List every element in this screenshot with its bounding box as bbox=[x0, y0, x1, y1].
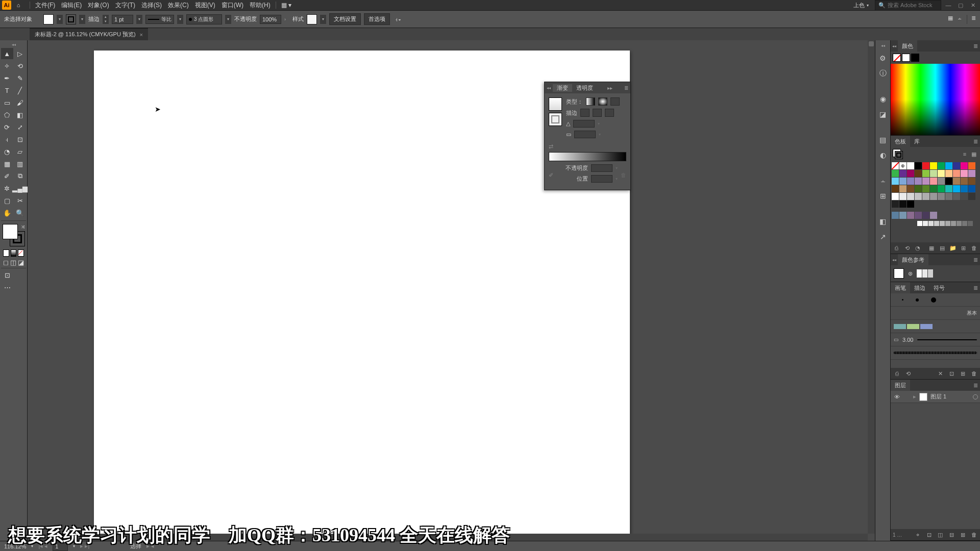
freeform-gradient-button[interactable] bbox=[610, 97, 620, 106]
menu-item[interactable]: 视图(V) bbox=[192, 1, 218, 10]
new-brush-icon[interactable]: ⊞ bbox=[959, 369, 967, 378]
stroke-panel-tab[interactable]: 描边 bbox=[910, 282, 929, 293]
tab-close-icon[interactable]: × bbox=[140, 32, 143, 38]
menu-item[interactable]: 文件(F) bbox=[32, 1, 58, 10]
color-panel-tab[interactable]: 颜色 bbox=[898, 40, 917, 52]
stop-opacity-input[interactable] bbox=[591, 164, 612, 172]
menu-item[interactable]: 窗口(W) bbox=[218, 1, 247, 10]
swatch-cell[interactable] bbox=[922, 193, 929, 200]
menu-item[interactable]: 文字(T) bbox=[112, 1, 138, 10]
swatch-cell[interactable] bbox=[945, 185, 952, 192]
swatch-gray[interactable] bbox=[968, 221, 973, 226]
swatch-cell[interactable] bbox=[961, 170, 968, 177]
swatch-cell[interactable] bbox=[922, 185, 929, 192]
delete-layer-icon[interactable]: 🗑 bbox=[970, 531, 978, 539]
libraries-icon[interactable]: ↗ bbox=[878, 232, 888, 242]
swatch-cell[interactable] bbox=[953, 193, 960, 200]
layer-visibility-icon[interactable]: 👁 bbox=[893, 393, 901, 401]
swatch-cell[interactable] bbox=[945, 170, 952, 177]
layer-name[interactable]: 图层 1 bbox=[930, 393, 946, 400]
swatch-cell[interactable] bbox=[915, 170, 922, 177]
gradient-dock-icon[interactable]: ◐ bbox=[878, 150, 888, 160]
swatch-cell[interactable] bbox=[930, 212, 937, 219]
swatch-gray[interactable] bbox=[934, 221, 939, 226]
swatch-cell[interactable] bbox=[930, 185, 937, 192]
swatch-libraries-icon[interactable]: ⎙ bbox=[893, 244, 900, 252]
swatch-gray[interactable] bbox=[917, 221, 922, 226]
library-panel-tab[interactable]: 库 bbox=[910, 136, 924, 147]
swatch-gray[interactable] bbox=[945, 221, 950, 226]
swatch-gray[interactable] bbox=[962, 221, 967, 226]
zoom-tool[interactable]: 🔍 bbox=[14, 207, 27, 218]
swatch-cell[interactable] bbox=[930, 162, 937, 169]
stroke-weight-input[interactable] bbox=[112, 15, 133, 24]
canvas[interactable]: ➤ ◂◂ 渐变 透明度 ▸▸ ≣ 类型： bbox=[28, 40, 875, 541]
draw-inside-icon[interactable]: ◪ bbox=[18, 259, 24, 266]
menu-item[interactable]: 对象(O) bbox=[85, 1, 112, 10]
swatch-cell[interactable] bbox=[938, 193, 945, 200]
swatch-cell[interactable] bbox=[915, 178, 922, 185]
layers-tab[interactable]: 图层 bbox=[891, 380, 910, 391]
color-black-swatch[interactable] bbox=[911, 54, 919, 62]
gradient-tab[interactable]: 渐变 bbox=[553, 84, 572, 92]
color-spectrum[interactable] bbox=[891, 64, 980, 135]
screen-mode-tool[interactable]: ⊡ bbox=[1, 269, 13, 281]
symbols-tab[interactable]: 符号 bbox=[929, 282, 949, 293]
swatch-cell[interactable] bbox=[930, 170, 937, 177]
color-mode-gradient[interactable] bbox=[11, 249, 17, 257]
gradient-tool[interactable]: ▥ bbox=[14, 158, 27, 169]
preferences-button[interactable]: 首选项 bbox=[364, 13, 390, 25]
swatch-cell[interactable] bbox=[945, 193, 952, 200]
appearance-icon[interactable]: ◉ bbox=[878, 94, 888, 104]
swatch-cell[interactable] bbox=[922, 170, 929, 177]
swatch-cell[interactable] bbox=[907, 185, 914, 192]
color-none-swatch[interactable] bbox=[893, 54, 901, 62]
transparency-tab[interactable]: 透明度 bbox=[572, 84, 597, 92]
opacity-input[interactable] bbox=[260, 15, 281, 24]
blend-tool[interactable]: ⧉ bbox=[14, 170, 27, 182]
swatch-cell[interactable] bbox=[899, 185, 906, 192]
color-mode-color[interactable] bbox=[3, 249, 9, 257]
guide-swatch[interactable] bbox=[928, 269, 933, 278]
opacity-slider-icon[interactable]: › bbox=[284, 17, 289, 22]
swatch-cell[interactable] bbox=[922, 162, 929, 169]
brush-definition[interactable]: 3 点圆形 bbox=[186, 14, 222, 24]
swatch-cell[interactable] bbox=[892, 170, 899, 177]
swatch-list-view-icon[interactable]: ≡ bbox=[961, 150, 969, 158]
swatch-cell[interactable] bbox=[930, 178, 937, 185]
swatch-none[interactable] bbox=[892, 162, 899, 169]
panel-menu-icon[interactable]: ≣ bbox=[622, 85, 630, 91]
swatch-cell[interactable] bbox=[968, 162, 975, 169]
hand-tool[interactable]: ✋ bbox=[1, 207, 13, 218]
swatch-cell[interactable] bbox=[938, 178, 945, 185]
menu-item[interactable]: 帮助(H) bbox=[247, 1, 274, 10]
swatch-cell[interactable] bbox=[961, 162, 968, 169]
curvature-tool[interactable]: ✎ bbox=[14, 72, 27, 84]
align-flyout[interactable]: ⫞▾ bbox=[393, 16, 403, 22]
swatches-grid[interactable]: ⊕ bbox=[891, 161, 980, 227]
paintbrush-tool[interactable]: 🖌 bbox=[14, 97, 27, 108]
rotate-tool[interactable]: ⟳ bbox=[1, 121, 13, 133]
transform-icon[interactable]: ⊞ bbox=[878, 191, 888, 201]
guide-swatch[interactable] bbox=[922, 269, 927, 278]
radial-gradient-button[interactable] bbox=[598, 97, 607, 106]
slice-tool[interactable]: ✂ bbox=[14, 195, 27, 206]
swatch-cell[interactable] bbox=[945, 178, 952, 185]
layer-target-icon[interactable] bbox=[973, 394, 978, 399]
draw-behind-icon[interactable]: ◫ bbox=[10, 259, 16, 266]
swatch-cell[interactable] bbox=[953, 162, 960, 169]
stock-search-input[interactable]: 🔍搜索 Adobe Stock bbox=[875, 0, 941, 11]
brush-item[interactable] bbox=[891, 320, 980, 333]
fill-stroke-indicator[interactable]: ⤭ bbox=[3, 224, 25, 246]
arrange-docs-button[interactable]: ▦ ▾ bbox=[278, 2, 295, 9]
workspace-switcher[interactable]: 上色▾ bbox=[849, 1, 873, 10]
transparency-icon[interactable]: ▤ bbox=[878, 135, 888, 145]
swatch-cell[interactable] bbox=[953, 185, 960, 192]
stroke-dropdown[interactable]: ▾ bbox=[79, 15, 85, 24]
grid-icon[interactable]: ▦ bbox=[948, 15, 953, 24]
line-tool[interactable]: ╱ bbox=[14, 85, 27, 96]
variable-width-profile[interactable]: 等比 bbox=[145, 15, 174, 24]
swatch-cell[interactable] bbox=[953, 178, 960, 185]
color-guide-tab[interactable]: 颜色参考 bbox=[898, 254, 928, 265]
info-icon[interactable]: ⓘ bbox=[878, 68, 888, 79]
